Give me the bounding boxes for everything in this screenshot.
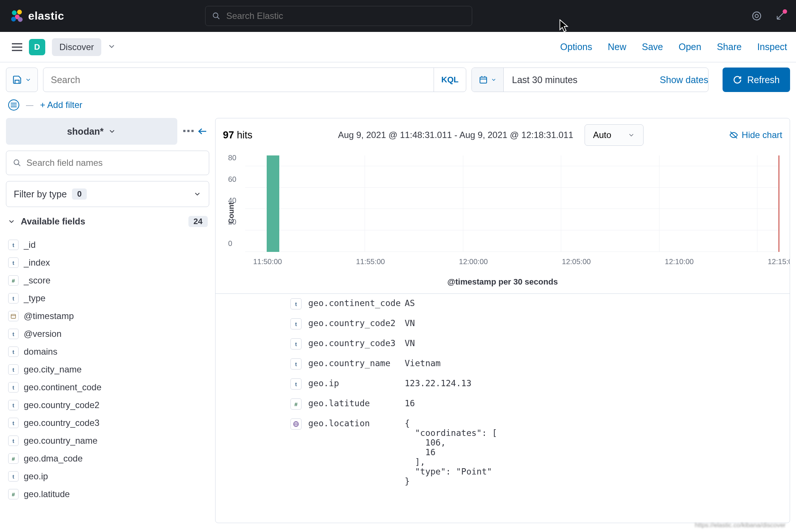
doc-field-row[interactable]: geo.location{ "coordinates": [ 106, 16 ]… <box>216 414 790 490</box>
date-range-label[interactable]: Last 30 minutes <box>504 75 586 85</box>
newsfeed-icon[interactable] <box>775 11 786 21</box>
nav-new[interactable]: New <box>608 42 626 52</box>
field-name-label: _id <box>24 240 36 250</box>
chevron-down-icon <box>491 77 497 83</box>
available-fields-label: Available fields <box>21 216 85 227</box>
doc-field-name: geo.country_name <box>308 358 405 368</box>
field-name-label: geo.country_code3 <box>24 418 99 428</box>
field-item[interactable]: tgeo.city_name <box>6 361 209 378</box>
chart-grid <box>245 155 779 252</box>
help-icon[interactable] <box>751 11 762 21</box>
filter-bar: — + Add filter <box>0 97 796 118</box>
field-item[interactable]: @timestamp <box>6 307 209 325</box>
fields-options-icon[interactable] <box>183 127 194 134</box>
elastic-logo-icon <box>10 9 24 23</box>
sidebar: shodan* Filter by type 0 Available field… <box>6 118 209 523</box>
doc-field-name: geo.country_code2 <box>308 318 405 328</box>
number-field-icon: # <box>8 275 19 286</box>
filter-settings-icon[interactable] <box>8 99 19 111</box>
chevron-down-icon <box>108 127 116 135</box>
svg-point-3 <box>755 14 759 18</box>
nav-share[interactable]: Share <box>717 42 742 52</box>
collapse-sidebar-icon[interactable] <box>197 127 207 135</box>
text-field-icon: t <box>8 418 19 428</box>
svg-rect-12 <box>187 130 190 132</box>
chevron-down-icon <box>628 131 635 139</box>
field-search[interactable] <box>6 151 209 175</box>
field-name-label: _score <box>24 275 50 286</box>
available-fields-header[interactable]: Available fields 24 <box>6 213 209 230</box>
doc-field-row[interactable]: tgeo.country_nameVietnam <box>216 354 790 374</box>
field-item[interactable]: tgeo.country_code3 <box>6 414 209 432</box>
nav-open[interactable]: Open <box>679 42 701 52</box>
show-dates-link[interactable]: Show dates <box>660 75 708 85</box>
save-icon <box>12 75 22 85</box>
field-list[interactable]: t_idt_index#_scoret_type@timestampt@vers… <box>6 236 209 523</box>
global-header: elastic <box>0 0 796 32</box>
filter-separator: — <box>26 101 33 109</box>
doc-field-row[interactable]: tgeo.country_code3VN <box>216 334 790 354</box>
main-layout: shodan* Filter by type 0 Available field… <box>0 118 796 529</box>
breadcrumb-chevron-icon[interactable] <box>107 42 116 52</box>
number-field-icon: # <box>8 453 19 464</box>
nav-save[interactable]: Save <box>642 42 663 52</box>
document-panel[interactable]: tgeo.continent_codeAStgeo.country_code2V… <box>216 293 790 523</box>
hits-count: 97 hits <box>223 129 253 141</box>
histogram-bar[interactable] <box>267 155 279 252</box>
field-item[interactable]: tgeo.country_name <box>6 432 209 450</box>
kql-toggle[interactable]: KQL <box>434 68 466 92</box>
results-panel: 97 hits Aug 9, 2021 @ 11:48:31.011 - Aug… <box>215 118 790 523</box>
app-breadcrumb-discover[interactable]: Discover <box>52 38 101 56</box>
text-field-icon: t <box>8 293 19 303</box>
interval-select[interactable]: Auto <box>585 124 644 146</box>
field-item[interactable]: tgeo.ip <box>6 467 209 485</box>
saved-query-button[interactable] <box>6 68 38 92</box>
histogram-chart[interactable]: Count 02040608011:50:0011:55:0012:00:001… <box>223 152 782 274</box>
field-name-label: geo.continent_code <box>24 382 102 393</box>
doc-field-value: { "coordinates": [ 106, 16 ], "type": "P… <box>405 418 790 486</box>
field-search-input[interactable] <box>26 158 202 168</box>
nav-options[interactable]: Options <box>560 42 592 52</box>
field-item[interactable]: t_type <box>6 289 209 307</box>
text-field-icon: t <box>8 471 19 482</box>
global-search[interactable] <box>205 6 472 26</box>
doc-field-row[interactable]: #geo.latitude16 <box>216 394 790 414</box>
field-item[interactable]: tgeo.continent_code <box>6 378 209 396</box>
doc-field-row[interactable]: tgeo.country_code2VN <box>216 314 790 334</box>
field-item[interactable]: tgeo.country_code2 <box>6 396 209 414</box>
doc-field-name: geo.ip <box>308 378 405 388</box>
doc-field-name: geo.location <box>308 418 405 428</box>
svg-point-15 <box>14 160 19 165</box>
field-item[interactable]: t_id <box>6 236 209 254</box>
text-field-icon: t <box>8 382 19 393</box>
interval-value: Auto <box>593 130 611 140</box>
field-item[interactable]: #geo.dma_code <box>6 450 209 467</box>
hide-chart-label: Hide chart <box>742 130 782 140</box>
field-name-label: geo.city_name <box>24 364 82 375</box>
index-pattern-selector[interactable]: shodan* <box>6 118 177 145</box>
field-name-label: _index <box>24 257 50 268</box>
field-item[interactable]: tdomains <box>6 343 209 361</box>
hide-chart-button[interactable]: Hide chart <box>729 130 782 140</box>
field-item[interactable]: t_index <box>6 254 209 272</box>
date-field-icon <box>8 311 19 321</box>
field-item[interactable]: #_score <box>6 272 209 289</box>
add-filter-button[interactable]: + Add filter <box>40 100 82 110</box>
text-field-icon: t <box>8 400 19 410</box>
global-search-input[interactable] <box>226 11 465 21</box>
field-item[interactable]: #geo.latitude <box>6 485 209 503</box>
field-item[interactable]: t@version <box>6 325 209 343</box>
doc-field-row[interactable]: tgeo.continent_codeAS <box>216 294 790 314</box>
date-quick-select-button[interactable] <box>472 68 504 92</box>
doc-field-row[interactable]: tgeo.ip123.22.124.13 <box>216 374 790 394</box>
elastic-logo[interactable]: elastic <box>10 9 64 23</box>
doc-field-name: geo.continent_code <box>308 298 405 308</box>
refresh-button[interactable]: Refresh <box>723 68 790 92</box>
geo-field-icon <box>290 418 302 430</box>
nav-inspect[interactable]: Inspect <box>757 42 787 52</box>
space-selector[interactable]: D <box>29 39 45 55</box>
query-input[interactable] <box>43 75 434 85</box>
filter-by-type[interactable]: Filter by type 0 <box>6 181 209 207</box>
svg-rect-11 <box>183 130 185 132</box>
nav-toggle-button[interactable] <box>9 39 25 55</box>
